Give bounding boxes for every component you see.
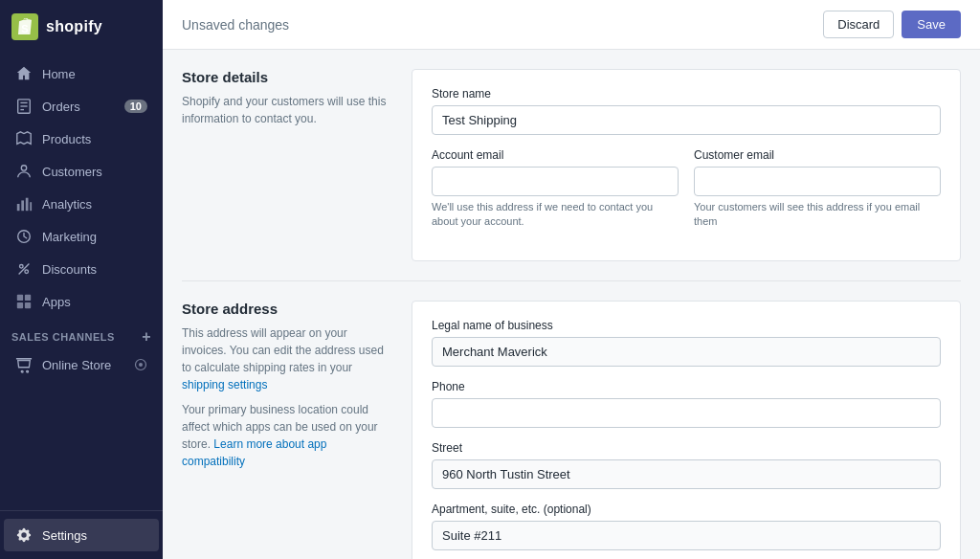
svg-rect-10: [30, 202, 32, 211]
apartment-field: Apartment, suite, etc. (optional): [432, 503, 941, 550]
svg-rect-7: [17, 204, 20, 211]
svg-point-6: [21, 166, 26, 170]
phone-label: Phone: [432, 380, 941, 393]
sidebar-item-home[interactable]: Home: [4, 57, 159, 90]
customer-email-hint: Your customers will see this address if …: [694, 200, 941, 230]
svg-rect-16: [17, 302, 23, 308]
orders-icon: [15, 98, 33, 115]
add-sales-channel-button[interactable]: +: [142, 329, 151, 345]
marketing-icon: [15, 228, 33, 245]
customer-email-label: Customer email: [694, 148, 941, 162]
svg-text:S: S: [21, 23, 28, 34]
apartment-label: Apartment, suite, etc. (optional): [432, 503, 941, 516]
section-divider: [182, 280, 961, 281]
sidebar-item-online-store[interactable]: Online Store: [4, 348, 159, 381]
logo: S shopify: [0, 0, 163, 54]
account-email-label: Account email: [432, 148, 679, 162]
svg-rect-14: [17, 295, 23, 301]
sidebar-item-discounts[interactable]: Discounts: [4, 253, 159, 285]
discard-button[interactable]: Discard: [823, 11, 894, 38]
store-name-input[interactable]: [432, 105, 941, 135]
account-email-hint: We'll use this address if we need to con…: [432, 200, 679, 230]
sidebar-item-products[interactable]: Products: [4, 123, 159, 155]
sales-channels-header: SALES CHANNELS +: [0, 318, 163, 348]
store-address-title: Store address: [182, 301, 392, 317]
shopify-logo-icon: S: [11, 13, 38, 40]
store-details-desc: Shopify and your customers will use this…: [182, 93, 392, 127]
sidebar-item-apps[interactable]: Apps: [4, 285, 159, 318]
store-details-section: Store details Shopify and your customers…: [182, 69, 961, 261]
content-area: Store details Shopify and your customers…: [163, 50, 980, 559]
store-name-label: Store name: [432, 87, 941, 101]
email-row: Account email We'll use this address if …: [432, 148, 941, 243]
store-address-description: Store address This address will appear o…: [182, 301, 392, 470]
street-label: Street: [432, 441, 941, 455]
store-details-card: Store name Account email We'll use this …: [412, 69, 961, 261]
shipping-settings-link[interactable]: shipping settings: [182, 378, 267, 391]
products-icon: [15, 130, 33, 147]
apartment-input[interactable]: [432, 521, 941, 550]
sidebar-nav: Home Orders 10 Products Customers Analyt…: [0, 54, 163, 510]
store-name-field: Store name: [432, 87, 941, 135]
store-details-title: Store details: [182, 69, 392, 85]
topbar: Unsaved changes Discard Save: [163, 0, 980, 50]
street-input[interactable]: [432, 459, 941, 489]
apps-icon: [15, 293, 33, 310]
sidebar-item-analytics[interactable]: Analytics: [4, 188, 159, 220]
sidebar: S shopify Home Orders 10 Products Custom…: [0, 0, 163, 559]
store-details-description: Store details Shopify and your customers…: [182, 69, 392, 127]
orders-badge: 10: [124, 100, 147, 113]
discounts-icon: [15, 260, 33, 278]
svg-point-11: [20, 265, 24, 269]
store-icon: [15, 356, 33, 373]
analytics-icon: [15, 195, 33, 212]
sidebar-item-settings[interactable]: Settings: [4, 519, 159, 551]
main-area: Unsaved changes Discard Save Store detai…: [163, 0, 980, 559]
store-address-desc2: Your primary business location could aff…: [182, 401, 392, 470]
sidebar-bottom: Settings: [0, 510, 163, 559]
svg-rect-15: [25, 295, 31, 301]
store-address-section: Store address This address will appear o…: [182, 301, 961, 559]
settings-icon: [15, 526, 33, 544]
store-address-desc1: This address will appear on your invoice…: [182, 324, 392, 393]
street-field: Street: [432, 441, 941, 489]
page-title: Unsaved changes: [182, 17, 823, 33]
customer-email-input[interactable]: [694, 167, 941, 196]
sidebar-item-marketing[interactable]: Marketing: [4, 220, 159, 253]
svg-rect-9: [26, 198, 29, 212]
customers-icon: [15, 163, 33, 180]
phone-field: Phone: [432, 380, 941, 428]
store-address-card: Legal name of business Phone Street Apar…: [412, 301, 961, 559]
svg-rect-17: [25, 302, 31, 308]
legal-name-input[interactable]: [432, 337, 941, 367]
online-store-settings-icon[interactable]: [134, 358, 147, 371]
customer-email-field: Customer email Your customers will see t…: [694, 148, 941, 243]
save-button[interactable]: Save: [902, 11, 961, 38]
topbar-actions: Discard Save: [823, 11, 961, 38]
sidebar-item-customers[interactable]: Customers: [4, 155, 159, 188]
home-icon: [15, 65, 33, 82]
svg-point-12: [25, 270, 29, 274]
svg-point-19: [139, 363, 143, 367]
sidebar-item-orders[interactable]: Orders 10: [4, 90, 159, 123]
phone-input[interactable]: [432, 398, 941, 428]
legal-name-label: Legal name of business: [432, 319, 941, 332]
app-name: shopify: [46, 18, 102, 35]
account-email-field: Account email We'll use this address if …: [432, 148, 679, 230]
svg-rect-8: [21, 200, 24, 211]
account-email-input[interactable]: [432, 167, 679, 196]
legal-name-field: Legal name of business: [432, 319, 941, 367]
